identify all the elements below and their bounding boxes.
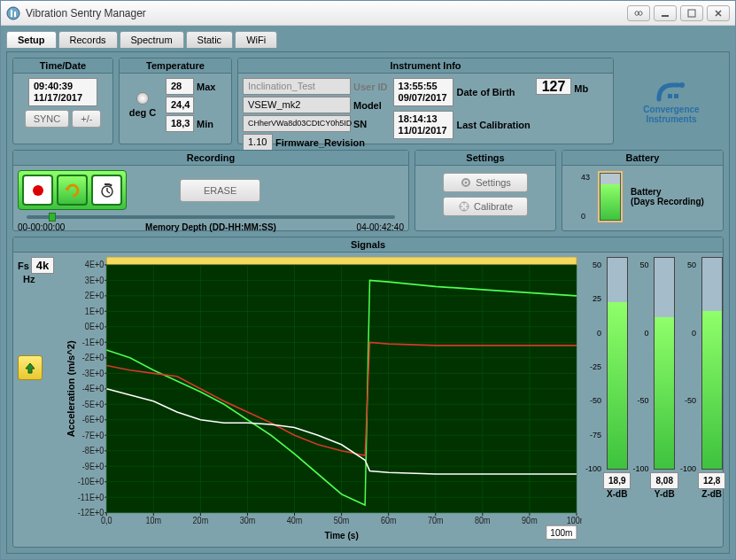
svg-text:100m: 100m [550,527,572,539]
meter-ticks: 50 25 0 -25 -50 -75 -100 [585,261,601,473]
svg-rect-3 [662,15,669,17]
meter-x: 18,9 X-dB [601,257,632,542]
svg-rect-2 [14,12,16,17]
svg-text:70m: 70m [428,515,444,525]
autorecord-button[interactable] [57,175,88,206]
app-icon [6,6,20,20]
export-up-button[interactable] [18,355,43,380]
svg-text:-3E+0: -3E+0 [82,368,104,378]
svg-text:-8E+0: -8E+0 [82,446,104,456]
minimize-button[interactable] [654,5,677,21]
svg-text:-4E+0: -4E+0 [82,384,104,394]
tab-records[interactable]: Records [58,31,118,48]
svg-point-13 [465,182,468,184]
meter-y-value: 8,08 [650,472,678,489]
svg-point-11 [109,183,112,186]
meter-y-label: Y-dB [648,489,679,499]
meter-tick: -50 [680,396,696,405]
svg-rect-6 [668,94,672,98]
svg-text:-2E+0: -2E+0 [82,353,104,363]
time-value: 09:40:39 11/17/2017 [28,78,97,106]
arrow-up-icon [23,361,37,375]
maximize-button[interactable] [680,5,703,21]
svg-rect-7 [674,94,678,98]
fs-label: Fs [18,261,29,271]
dob-date: 09/07/2017 [399,92,448,104]
chart-svg: 4E+03E+02E+01E+00E+0-1E+0-2E+0-3E+0-4E+0… [66,257,582,542]
gear-icon [460,176,472,189]
panel-settings: Settings Settings Calibrate [414,150,556,231]
svg-text:Time (s): Time (s) [324,529,358,541]
meter-x-label: X-dB [601,489,632,499]
record-button[interactable] [22,175,53,206]
chart[interactable]: 4E+03E+02E+01E+00E+0-1E+0-2E+0-3E+0-4E+0… [66,257,582,542]
model-label: Model [353,100,382,111]
svg-point-0 [7,7,19,19]
svg-text:60m: 60m [381,515,397,525]
panel-recording-head: Recording [13,151,408,166]
close-button[interactable] [707,5,730,21]
meter-y: 8,08 Y-dB [648,257,679,542]
tab-wifi[interactable]: WiFi [235,31,277,48]
brand-logo: Convergence Instruments [619,58,724,144]
memory-slider-thumb[interactable] [49,213,56,222]
timer-button[interactable] [91,175,122,206]
svg-text:4E+0: 4E+0 [85,260,104,270]
cal-time: 18:14:13 [399,113,448,125]
timezone-button[interactable]: +/- [72,110,101,128]
cal-field: 18:14:1311/01/2017 [393,111,453,139]
svg-text:90m: 90m [522,515,538,525]
svg-text:0E+0: 0E+0 [85,322,104,332]
firmware-label: Firmware_Revision [275,137,365,148]
svg-text:80m: 80m [475,515,491,525]
temperature-unit: deg C [129,107,157,118]
battery-bar [600,173,621,221]
fs-value[interactable]: 4k [31,257,54,274]
meter-tick: 0 [585,329,601,338]
clock-date: 11/17/2017 [34,92,92,104]
sync-button[interactable]: SYNC [25,110,70,128]
temperature-led [136,92,149,105]
svg-text:-10E+0: -10E+0 [78,477,104,487]
panel-instrument: Instrument Info Inclination_TestUser ID … [237,58,614,144]
firmware-field: 1.10 [243,134,273,151]
svg-point-8 [33,185,43,196]
svg-rect-4 [688,10,695,17]
panel-settings-head: Settings [415,151,555,166]
help-button[interactable] [627,5,650,21]
memory-slider[interactable] [27,215,395,219]
convergence-icon [652,78,691,105]
temp-max-label: Max [197,82,215,92]
tab-bar: Setup Records Spectrum Static WiFi [6,31,730,48]
settings-button[interactable]: Settings [443,173,528,192]
temp-min: 18,3 [166,115,194,132]
svg-text:-12E+0: -12E+0 [78,508,104,518]
svg-point-5 [679,82,685,88]
batt-scale-top: 43 [581,173,590,182]
panel-signals-head: Signals [13,237,723,253]
tab-static[interactable]: Static [186,31,234,48]
calibrate-button[interactable]: Calibrate [443,197,528,216]
panel-timedate-head: Time/Date [13,58,112,74]
tab-spectrum[interactable]: Spectrum [120,31,184,48]
temp-current: 24,4 [166,97,194,113]
meter-tick: 50 [680,261,696,269]
brand-text-2: Instruments [646,114,696,124]
meter-tick: 0 [680,329,696,338]
top-row: Time/Date 09:40:39 11/17/2017 SYNC +/- [12,58,724,144]
panel-timedate: Time/Date 09:40:39 11/17/2017 SYNC +/- [12,58,113,144]
window-title: Vibration Sentry Manager [26,7,627,19]
svg-text:100m: 100m [567,515,582,525]
sn-field: CHherVWa8d03CDtCY0h5ID [243,115,351,132]
svg-text:-7E+0: -7E+0 [82,430,104,440]
svg-text:-6E+0: -6E+0 [82,415,104,425]
svg-rect-1 [11,10,12,17]
panel-battery-head: Battery [562,151,723,166]
svg-text:-5E+0: -5E+0 [82,399,104,409]
model-field: VSEW_mk2 [243,97,351,113]
userid-field[interactable]: Inclination_Test [243,78,351,95]
erase-button[interactable]: ERASE [180,179,260,202]
svg-text:20m: 20m [193,515,209,525]
tab-setup[interactable]: Setup [6,31,57,48]
battery-fill [600,184,620,220]
